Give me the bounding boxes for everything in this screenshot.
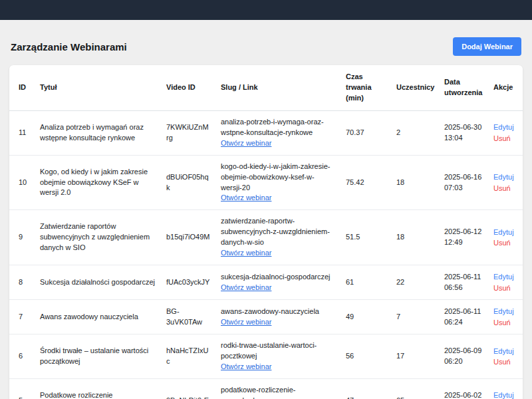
column-header-video-id: Video ID	[161, 65, 215, 110]
edit-link[interactable]: Edytuj	[493, 346, 517, 357]
open-webinar-link[interactable]: Otwórz webinar	[221, 318, 271, 326]
cell-created: 2025-06-1106:24	[439, 300, 488, 334]
add-webinar-button[interactable]: Dodaj Webinar	[453, 37, 521, 56]
open-webinar-link[interactable]: Otwórz webinar	[221, 249, 271, 257]
table-row: 11Analiza potrzeb i wymagań oraz wstępne…	[9, 110, 523, 155]
cell-duration: 75.42	[340, 155, 391, 210]
delete-link[interactable]: Usuń	[493, 356, 517, 368]
edit-link[interactable]: Edytuj	[493, 172, 517, 183]
cell-participants: 18	[391, 155, 439, 210]
table-row: 10Kogo, od kiedy i w jakim zakresie obej…	[9, 155, 523, 210]
cell-id: 11	[9, 110, 35, 155]
cell-title: Sukcesja działalności gospodarczej	[35, 265, 161, 300]
cell-video-id: b15qi7iO49M	[161, 210, 215, 265]
webinar-table-body: 11Analiza potrzeb i wymagań oraz wstępne…	[9, 110, 523, 399]
edit-link[interactable]: Edytuj	[493, 122, 517, 133]
cell-participants: 7	[391, 300, 439, 334]
cell-id: 6	[9, 334, 35, 379]
column-header-slug: Slug / Link	[215, 65, 340, 110]
created-date: 2025-06-12	[444, 227, 483, 237]
edit-link[interactable]: Edytuj	[493, 227, 517, 238]
cell-participants: 17	[391, 334, 439, 379]
edit-link[interactable]: Edytuj	[493, 271, 517, 283]
cell-id: 7	[9, 300, 35, 334]
cell-title: Podatkowe rozliczenie samochodów	[35, 378, 161, 399]
created-date: 2025-06-11	[444, 272, 483, 283]
cell-slug: sukcesja-dziaalnoci-gospodarczejOtwórz w…	[215, 265, 340, 300]
cell-created: 2025-06-3013:04	[439, 110, 488, 155]
cell-video-id: 9BpNbDit0-E	[161, 378, 215, 399]
cell-slug: awans-zawodowy-nauczycielaOtwórz webinar	[215, 300, 340, 334]
cell-created: 2025-06-1607:03	[439, 155, 488, 210]
top-navbar	[0, 0, 532, 20]
cell-actions: EdytujUsuń	[488, 110, 523, 155]
cell-duration: 70.37	[340, 110, 391, 155]
cell-participants: 18	[391, 210, 439, 265]
cell-duration: 49	[340, 300, 391, 334]
cell-title: Środki trwałe – ustalanie wartości począ…	[35, 334, 161, 379]
cell-created: 2025-06-1212:49	[439, 210, 488, 265]
cell-slug: analiza-potrzeb-i-wymaga-oraz-wstpne-kon…	[215, 110, 340, 155]
cell-video-id: hNaHcTZIxUc	[161, 334, 215, 379]
delete-link[interactable]: Usuń	[493, 133, 517, 144]
cell-video-id: fUAc03yckJY	[161, 265, 215, 300]
cell-actions: EdytujUsuń	[488, 334, 523, 379]
column-header-duration: Czas trwania (min)	[340, 65, 391, 110]
created-date: 2025-06-09	[444, 346, 483, 356]
cell-duration: 61	[340, 265, 391, 300]
open-webinar-link[interactable]: Otwórz webinar	[221, 362, 271, 370]
open-webinar-link[interactable]: Otwórz webinar	[221, 194, 271, 201]
cell-id: 9	[9, 210, 35, 265]
created-time: 12:49	[444, 237, 483, 248]
cell-duration: 56	[340, 334, 391, 379]
cell-video-id: BG-3uVK0TAw	[161, 300, 215, 334]
column-header-id: ID	[9, 65, 35, 110]
cell-title: Kogo, od kiedy i w jakim zakresie obejmi…	[35, 155, 161, 210]
cell-video-id: 7KWKiUZnMrg	[161, 110, 215, 155]
open-webinar-link[interactable]: Otwórz webinar	[221, 139, 271, 147]
cell-slug: kogo-od-kiedy-i-w-jakim-zakresie-obejmie…	[215, 155, 340, 210]
created-date: 2025-06-11	[444, 307, 483, 317]
table-header-row: ID Tytuł Video ID Slug / Link Czas trwan…	[9, 65, 523, 110]
cell-slug: rodki-trwae-ustalanie-wartoci-pocztkowej…	[215, 334, 340, 379]
created-time: 06:56	[444, 283, 483, 293]
slug-text: rodki-trwae-ustalanie-wartoci-pocztkowej	[221, 340, 335, 362]
cell-title: Analiza potrzeb i wymagań oraz wstępne k…	[35, 110, 161, 155]
slug-text: awans-zawodowy-nauczyciela	[221, 307, 335, 317]
cell-id: 5	[9, 378, 35, 399]
created-time: 06:20	[444, 356, 483, 367]
edit-link[interactable]: Edytuj	[493, 390, 517, 399]
table-row: 6Środki trwałe – ustalanie wartości pocz…	[9, 334, 523, 379]
cell-actions: EdytujUsuń	[488, 210, 523, 265]
cell-actions: EdytujUsuń	[488, 155, 523, 210]
cell-duration: 51.5	[340, 210, 391, 265]
delete-link[interactable]: Usuń	[493, 283, 517, 294]
edit-link[interactable]: Edytuj	[493, 306, 517, 317]
slug-text: zatwierdzanie-raportw-subwencyjnych-z-uw…	[221, 216, 335, 248]
cell-id: 8	[9, 265, 35, 300]
page-title: Zarządzanie Webinarami	[11, 41, 127, 53]
delete-link[interactable]: Usuń	[493, 237, 517, 249]
created-time: 06:24	[444, 317, 483, 328]
page-header: Zarządzanie Webinarami Dodaj Webinar	[0, 20, 532, 65]
cell-created: 2025-06-0208:01	[439, 378, 488, 399]
slug-text: podatkowe-rozliczenie-samochodow	[221, 385, 335, 399]
delete-link[interactable]: Usuń	[493, 317, 517, 329]
cell-actions: EdytujUsuń	[488, 378, 523, 399]
column-header-created: Data utworzenia	[439, 65, 488, 110]
cell-id: 10	[9, 155, 35, 210]
table-row: 9Zatwierdzanie raportów subwencyjnych z …	[9, 210, 523, 265]
table-row: 5Podatkowe rozliczenie samochodów9BpNbDi…	[9, 378, 523, 399]
created-date: 2025-06-02	[444, 390, 483, 399]
created-date: 2025-06-30	[444, 122, 483, 133]
table-row: 8Sukcesja działalności gospodarczejfUAc0…	[9, 265, 523, 300]
cell-participants: 65	[391, 378, 439, 399]
cell-video-id: dBUiOF05hqk	[161, 155, 215, 210]
created-time: 13:04	[444, 133, 483, 144]
open-webinar-link[interactable]: Otwórz webinar	[221, 283, 271, 291]
cell-participants: 2	[391, 110, 439, 155]
delete-link[interactable]: Usuń	[493, 183, 517, 194]
cell-actions: EdytujUsuń	[488, 265, 523, 300]
webinar-table: ID Tytuł Video ID Slug / Link Czas trwan…	[9, 65, 523, 399]
created-time: 07:03	[444, 183, 483, 194]
